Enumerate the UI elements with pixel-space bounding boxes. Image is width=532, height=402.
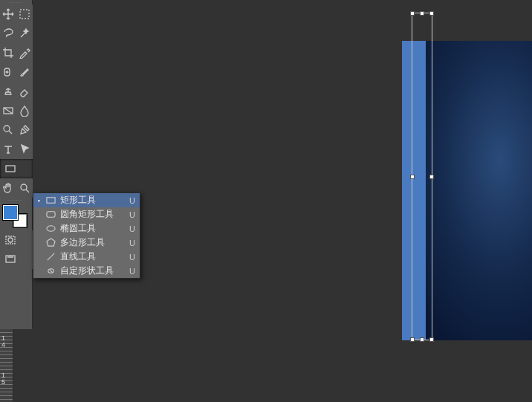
flyout-custom-shape-tool[interactable]: 自定形状工具 U — [33, 264, 140, 278]
screen-mode-toggle[interactable] — [0, 250, 33, 269]
clone-stamp-tool[interactable] — [0, 82, 16, 101]
flyout-label: 自定形状工具 — [60, 265, 125, 277]
vertical-ruler[interactable]: 1 4 1 5 — [0, 329, 13, 402]
pen-tool[interactable] — [16, 120, 33, 140]
crop-tool[interactable] — [0, 43, 16, 62]
zoom-tool[interactable] — [16, 178, 33, 198]
flyout-label: 多边形工具 — [60, 236, 125, 249]
hand-tool[interactable] — [0, 178, 16, 198]
blue-shape[interactable] — [402, 41, 426, 340]
foreground-color-swatch[interactable] — [3, 205, 18, 220]
rectangle-tool[interactable] — [0, 159, 33, 178]
flyout-shortcut: U — [129, 239, 135, 247]
color-swatches — [0, 204, 33, 230]
ruler-ticks: 1 4 1 5 — [0, 329, 13, 402]
brush-tool[interactable] — [16, 62, 33, 82]
svg-point-3 — [4, 126, 10, 132]
flyout-label: 椭圆工具 — [60, 222, 125, 235]
artboard[interactable] — [402, 41, 532, 340]
flyout-line-tool[interactable]: 直线工具 U — [33, 250, 140, 264]
ruler-mark-14: 1 4 — [1, 335, 6, 348]
flyout-label: 矩形工具 — [60, 194, 125, 207]
flyout-ellipse-tool[interactable]: 椭圆工具 U — [33, 221, 140, 236]
flyout-shortcut: U — [129, 196, 135, 205]
transform-handle-tc[interactable] — [420, 11, 424, 16]
type-tool[interactable] — [0, 140, 16, 159]
lasso-tool[interactable] — [0, 24, 16, 43]
polygon-icon — [45, 238, 56, 248]
svg-point-11 — [46, 226, 54, 231]
transform-handle-tr[interactable] — [429, 11, 434, 16]
magic-wand-tool[interactable] — [16, 24, 33, 43]
svg-rect-0 — [20, 10, 29, 19]
panel-divider: ▪▪▪▪▪▪ — [0, 198, 33, 202]
ellipse-icon — [45, 224, 56, 234]
rectangle-icon — [45, 195, 56, 206]
flyout-shortcut: U — [129, 210, 135, 219]
blur-tool[interactable] — [16, 101, 33, 120]
selected-marker-icon: ▪ — [36, 197, 41, 204]
custom-shape-icon — [45, 266, 56, 276]
flyout-rounded-rectangle-tool[interactable]: 圆角矩形工具 U — [33, 207, 140, 221]
flyout-rectangle-tool[interactable]: ▪ 矩形工具 U — [33, 193, 140, 207]
svg-point-7 — [8, 238, 13, 242]
flyout-label: 圆角矩形工具 — [60, 208, 125, 221]
flyout-shortcut: U — [129, 267, 135, 276]
healing-brush-tool[interactable] — [0, 62, 16, 82]
dodge-tool[interactable] — [0, 120, 16, 140]
flyout-polygon-tool[interactable]: 多边形工具 U — [33, 236, 140, 250]
tools-panel: ▪▪▪▪▪▪ ▪▪▪▪▪▪ — [0, 0, 33, 329]
svg-marker-12 — [46, 239, 54, 246]
eyedropper-tool[interactable] — [16, 43, 33, 62]
path-selection-tool[interactable] — [16, 140, 33, 159]
rounded-rectangle-icon — [45, 210, 56, 220]
svg-rect-9 — [46, 198, 54, 203]
eraser-tool[interactable] — [16, 82, 33, 101]
ruler-mark-15: 1 5 — [1, 372, 6, 386]
transform-handle-tl[interactable] — [410, 11, 415, 16]
shape-tool-flyout: ▪ 矩形工具 U 圆角矩形工具 U 椭圆工具 U 多边形工具 U 直线工具 U … — [33, 192, 140, 279]
quickmask-toggle[interactable] — [0, 230, 33, 250]
flyout-shortcut: U — [129, 224, 135, 233]
flyout-shortcut: U — [129, 253, 135, 262]
line-icon — [45, 252, 56, 262]
flyout-label: 直线工具 — [60, 250, 125, 263]
move-tool[interactable] — [0, 4, 16, 24]
svg-rect-10 — [46, 212, 54, 217]
marquee-tool[interactable] — [16, 4, 33, 24]
gradient-tool[interactable] — [0, 101, 16, 120]
svg-point-5 — [21, 184, 27, 190]
svg-rect-4 — [6, 166, 15, 172]
